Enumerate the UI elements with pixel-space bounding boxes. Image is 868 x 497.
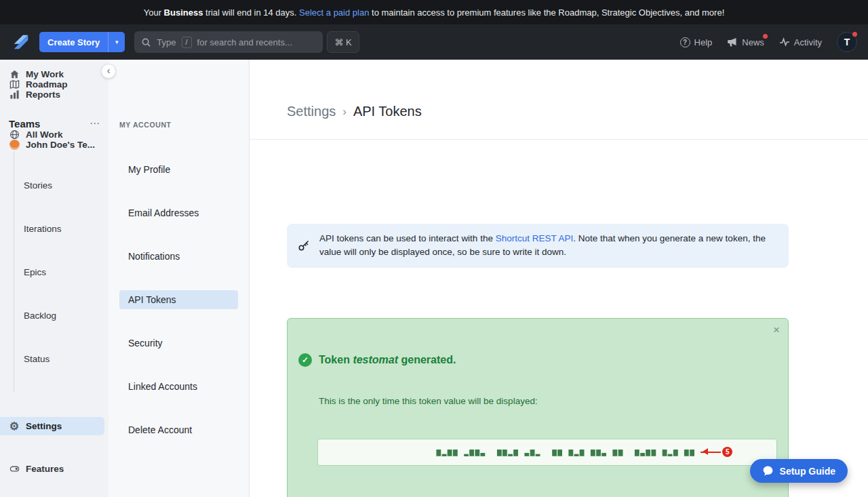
sidebar-item-label: Features [26,464,64,474]
create-story-split-button: Create Story ▾ [39,32,125,52]
breadcrumb-settings[interactable]: Settings [287,104,336,119]
page-header: Settings › API Tokens [250,84,868,140]
chat-bubble-icon [762,465,774,477]
sidebar-item-status[interactable]: Status [14,349,108,368]
teams-section-header: Teams ⋯ [0,117,108,130]
api-tokens-info-box: API tokens can be used to interact with … [287,224,789,268]
sidebar-item-team-john-doe[interactable]: John Doe's Te... [0,140,108,150]
create-story-dropdown-button[interactable]: ▾ [108,32,125,52]
map-icon [9,79,20,90]
team-avatar [9,140,20,150]
sidebar-bottom-nav: ⚙ Settings Features Integrations Invite … [0,393,108,497]
sidebar-item-all-work[interactable]: All Work [0,130,108,140]
shortcut-logo[interactable] [11,32,31,52]
trial-banner-text: Your [144,7,164,18]
alert-title-suffix: generated. [398,354,456,365]
gear-icon: ⚙ [9,420,20,433]
toggle-icon [9,464,20,474]
setup-guide-button[interactable]: Setup Guide [750,459,848,483]
help-button[interactable]: ? Help [680,37,713,47]
settings-nav-item-notifications[interactable]: Notifications [119,247,238,266]
news-label: News [742,37,764,47]
team-sub-nav: Stories Iterations Epics Backlog Status [14,151,108,393]
settings-nav-item-linked-accounts[interactable]: Linked Accounts [119,377,238,396]
sidebar-item-stories[interactable]: Stories [14,176,108,195]
chevron-down-icon: ▾ [115,39,119,45]
alert-token-name: testomat [353,354,398,365]
avatar-notification-dot [852,32,857,37]
bar-chart-icon [9,90,20,100]
breadcrumb-separator-icon: › [342,105,347,119]
select-paid-plan-link[interactable]: Select a paid plan [299,7,369,18]
sidebar-item-label: All Work [26,130,63,140]
globe-icon [9,130,20,140]
sidebar-item-epics[interactable]: Epics [14,262,108,281]
main-sidebar: ‹ My Work Roadmap Reports Teams ⋯ All Wo… [0,60,108,497]
sidebar-item-label: Reports [26,90,60,100]
redacted-token-value: ▆▂▆▆ ▂▆▆▃ ▆▆▂▆ ▃▆▂ ▆▆ ▆▂▆ ▆▆▃ ▆▆ ▆▃▆▆ ▆▂… [437,448,696,456]
user-avatar[interactable]: T [837,32,857,52]
search-icon [141,37,151,47]
sidebar-item-iterations[interactable]: Iterations [14,219,108,238]
settings-nav-item-security[interactable]: Security [119,334,238,353]
sidebar-item-features[interactable]: Features [0,460,108,478]
trial-banner-text: trial will end in 14 days. [203,7,299,18]
notification-dot [763,34,768,39]
teams-title: Teams [9,118,40,130]
alert-subtitle: This is the only time this token value w… [319,396,777,406]
settings-nav-item-delete-account[interactable]: Delete Account [119,420,238,439]
close-icon[interactable]: × [773,324,780,336]
top-bar: Create Story ▾ Type / for search and rec… [0,24,868,60]
keyboard-shortcut-badge: ⌘ K [327,31,359,53]
sidebar-item-label: My Work [26,69,64,79]
info-text: API tokens can be used to interact with … [319,232,778,260]
teams-options-icon[interactable]: ⋯ [90,117,100,130]
annotation-number-badge: 5 [722,447,732,457]
megaphone-icon [727,37,738,47]
sidebar-item-roadmap[interactable]: Roadmap [0,79,108,90]
news-button[interactable]: News [727,37,764,47]
settings-nav-item-api-tokens[interactable]: API Tokens [119,290,238,309]
token-generated-alert: ✓ Token testomat generated. This is the … [287,318,789,497]
page-content: API tokens can be used to interact with … [250,176,789,497]
search-placeholder: Type [157,37,176,47]
token-value-box: ▆▂▆▆ ▂▆▆▃ ▆▆▂▆ ▃▆▂ ▆▆ ▆▂▆ ▆▆▃ ▆▆ ▆▃▆▆ ▆▂… [317,439,777,466]
sidebar-item-my-work[interactable]: My Work [0,69,108,79]
create-story-button[interactable]: Create Story [39,32,108,52]
app-body: ‹ My Work Roadmap Reports Teams ⋯ All Wo… [0,60,868,497]
alert-title: Token testomat generated. [319,354,456,366]
search-placeholder: for search and recents... [197,37,292,47]
activity-icon [779,37,790,47]
rest-api-link[interactable]: Shortcut REST API [496,233,574,243]
sidebar-item-label: John Doe's Te... [26,140,95,150]
alert-title-prefix: Token [319,354,353,365]
annotation-arrow: 5 [701,447,732,457]
trial-banner: Your Business trial will end in 14 days.… [0,0,868,24]
token-value-row: ▆▂▆▆ ▂▆▆▃ ▆▆▂▆ ▃▆▂ ▆▆ ▆▂▆ ▆▆▃ ▆▆ ▆▃▆▆ ▆▂… [437,447,733,457]
search-input[interactable]: Type / for search and recents... [134,31,323,53]
arrow-left-icon [701,452,721,453]
sidebar-item-reports[interactable]: Reports [0,90,108,100]
top-bar-right: ? Help News Activity T [680,32,857,52]
activity-button[interactable]: Activity [779,37,822,47]
info-text-before: API tokens can be used to interact with … [319,233,496,243]
settings-nav-item-my-profile[interactable]: My Profile [119,160,238,179]
setup-guide-label: Setup Guide [780,466,835,477]
sidebar-item-settings[interactable]: ⚙ Settings [0,417,104,435]
help-label: Help [694,37,713,47]
settings-nav-item-email-addresses[interactable]: Email Addresses [119,203,238,222]
trial-banner-text: to maintain access to premium features l… [369,7,724,18]
settings-nav-section-title: MY ACCOUNT [119,121,238,129]
help-icon: ? [680,37,690,47]
home-icon [9,69,20,79]
sidebar-item-label: Roadmap [26,79,68,90]
settings-nav-section-my-account: MY ACCOUNT My Profile Email Addresses No… [108,96,249,464]
settings-nav: MY ACCOUNT My Profile Email Addresses No… [108,60,250,497]
main-panel: Settings › API Tokens API tokens can be … [250,60,868,497]
sidebar-item-backlog[interactable]: Backlog [14,306,108,325]
search-area: Type / for search and recents... ⌘ K [134,31,359,53]
sidebar-item-label: Settings [26,421,62,431]
key-icon [298,239,310,252]
trial-banner-plan-name: Business [164,7,203,18]
sidebar-collapse-button[interactable]: ‹ [101,64,116,79]
